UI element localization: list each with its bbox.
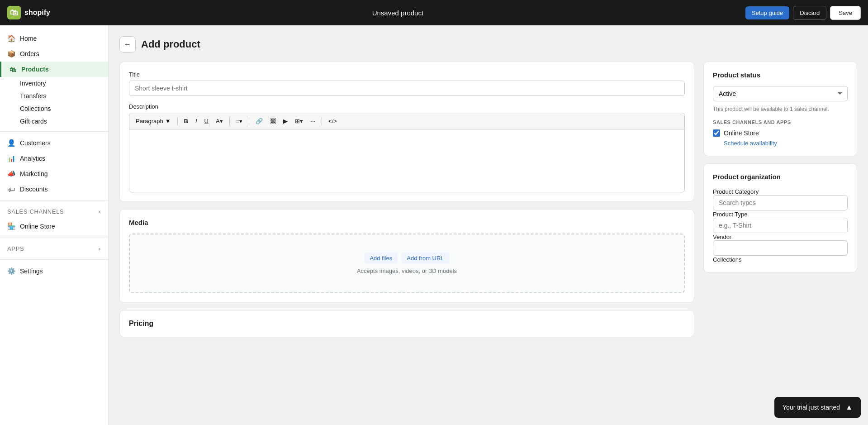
sidebar-divider-1	[0, 131, 108, 132]
sidebar-item-orders[interactable]: 📦 Orders	[0, 46, 108, 62]
sidebar-divider-4	[0, 259, 108, 260]
sidebar-item-label-marketing: Marketing	[20, 170, 47, 177]
sidebar-divider-3	[0, 238, 108, 238]
media-dropzone[interactable]: Add files Add from URL Accepts images, v…	[129, 234, 685, 293]
content-right: Product status Active Draft This product…	[703, 62, 857, 337]
sidebar-item-marketing[interactable]: 📣 Marketing	[0, 166, 108, 181]
toolbar-code-button[interactable]: </>	[326, 116, 340, 126]
sidebar-item-customers[interactable]: 👤 Customers	[0, 135, 108, 151]
toolbar-table-button[interactable]: ⊞▾	[292, 116, 306, 126]
logo-text: shopify	[24, 9, 50, 17]
discard-button[interactable]: Discard	[793, 6, 826, 20]
shopify-logo-icon: 🛍	[7, 6, 21, 19]
sidebar-item-analytics[interactable]: 📊 Analytics	[0, 151, 108, 166]
toolbar-image-button[interactable]: 🖼	[267, 116, 279, 126]
toolbar-separator-3	[249, 117, 249, 125]
media-actions: Add files Add from URL	[139, 253, 675, 264]
sidebar-item-label-discounts: Discounts	[20, 186, 47, 193]
product-type-label: Product Type	[713, 211, 747, 218]
orders-icon: 📦	[7, 50, 15, 58]
main-content: ← Add product Title Description Paragrap…	[109, 25, 868, 425]
product-status-select[interactable]: Active Draft	[713, 86, 848, 101]
sidebar-item-label-customers: Customers	[20, 139, 51, 147]
sidebar-item-inventory[interactable]: Inventory	[0, 77, 108, 90]
toolbar-italic-button[interactable]: I	[193, 116, 200, 126]
category-input[interactable]	[713, 195, 848, 210]
online-store-channel-label: Online Store	[724, 129, 759, 137]
online-store-icon: 🏪	[7, 222, 15, 230]
collections-label: Collections	[713, 256, 742, 263]
toolbar-more-button[interactable]: ···	[308, 116, 318, 126]
toolbar-separator-1	[177, 117, 178, 125]
toolbar-link-button[interactable]: 🔗	[253, 116, 266, 126]
online-store-checkbox[interactable]	[713, 129, 720, 137]
media-hint: Accepts images, videos, or 3D models	[139, 267, 675, 274]
toolbar-align-button[interactable]: ≡▾	[233, 116, 246, 126]
toolbar-paragraph-dropdown[interactable]: Paragraph ▼	[133, 116, 174, 126]
sidebar-item-gift-cards[interactable]: Gift cards	[0, 115, 108, 128]
sales-channels-label: Sales channels	[7, 208, 64, 215]
sidebar-item-settings[interactable]: ⚙️ Settings	[0, 263, 108, 279]
title-input[interactable]	[129, 81, 685, 96]
page-title: Add product	[141, 38, 200, 50]
add-files-button[interactable]: Add files	[364, 253, 398, 264]
sales-channels-chevron-icon: ›	[99, 208, 101, 215]
sales-channels-section-label: SALES CHANNELS AND APPS	[713, 119, 848, 125]
title-label: Title	[129, 71, 685, 78]
add-from-url-button[interactable]: Add from URL	[401, 253, 449, 264]
sidebar-item-label-orders: Orders	[20, 50, 39, 57]
save-button[interactable]: Save	[830, 6, 861, 20]
trial-banner-text: Your trial just started	[783, 404, 840, 411]
product-organization-title: Product organization	[713, 173, 848, 181]
topbar: 🛍 shopify Unsaved product Setup guide Di…	[0, 0, 868, 25]
sidebar-item-label-settings: Settings	[20, 267, 43, 275]
sidebar-item-collections[interactable]: Collections	[0, 102, 108, 115]
discounts-icon: 🏷	[7, 185, 15, 193]
description-editor[interactable]	[129, 129, 685, 192]
topbar-page-title: Unsaved product	[372, 9, 423, 17]
apps-chevron-icon: ›	[99, 245, 101, 252]
setup-guide-button[interactable]: Setup guide	[745, 6, 789, 19]
sidebar-item-discounts[interactable]: 🏷 Discounts	[0, 181, 108, 197]
online-store-channel: Online Store	[713, 129, 848, 137]
back-arrow-icon: ←	[124, 40, 131, 48]
topbar-actions: Setup guide Discard Save	[745, 6, 861, 20]
media-card: Media Add files Add from URL Accepts ima…	[119, 209, 694, 303]
sidebar-item-products[interactable]: 🛍 Products	[0, 62, 108, 77]
pricing-card: Pricing	[119, 310, 694, 337]
sidebar: 🏠 Home 📦 Orders 🛍 Products Inventory Tra…	[0, 25, 109, 425]
sidebar-item-home[interactable]: 🏠 Home	[0, 31, 108, 46]
sidebar-item-online-store[interactable]: 🏪 Online Store	[0, 219, 108, 234]
toolbar-font-color-button[interactable]: A▾	[213, 116, 226, 126]
toolbar-bold-button[interactable]: B	[181, 116, 191, 126]
product-organization-card: Product organization Product Category Pr…	[703, 163, 857, 272]
settings-icon: ⚙️	[7, 267, 15, 275]
pricing-title: Pricing	[129, 320, 685, 328]
toolbar-separator-2	[229, 117, 230, 125]
product-status-card: Product status Active Draft This product…	[703, 62, 857, 156]
back-button[interactable]: ←	[119, 36, 136, 53]
content-left: Title Description Paragraph ▼ B I	[119, 62, 694, 337]
product-type-input[interactable]	[713, 218, 848, 233]
sidebar-item-label-online-store: Online Store	[20, 223, 55, 230]
schedule-availability-link[interactable]: Schedule availability	[713, 140, 777, 147]
customers-icon: 👤	[7, 139, 15, 147]
page-header: ← Add product	[119, 36, 857, 53]
toolbar-video-button[interactable]: ▶	[280, 116, 290, 126]
sidebar-section-sales-channels[interactable]: Sales channels ›	[0, 205, 108, 219]
category-label: Product Category	[713, 188, 759, 195]
apps-label: Apps	[7, 245, 24, 252]
sidebar-item-label-analytics: Analytics	[20, 155, 45, 162]
trial-banner[interactable]: Your trial just started ▲	[774, 397, 861, 418]
vendor-label: Vendor	[713, 234, 731, 240]
sidebar-item-label-inventory: Inventory	[20, 80, 46, 87]
description-label: Description	[129, 103, 685, 110]
sidebar-item-transfers[interactable]: Transfers	[0, 90, 108, 102]
editor-toolbar: Paragraph ▼ B I U A▾ ≡▾ 🔗	[129, 113, 685, 129]
vendor-input[interactable]	[713, 240, 848, 256]
sidebar-item-label-products: Products	[21, 66, 49, 73]
toolbar-underline-button[interactable]: U	[202, 116, 211, 126]
products-icon: 🛍	[9, 65, 17, 73]
sidebar-section-apps[interactable]: Apps ›	[0, 242, 108, 256]
home-icon: 🏠	[7, 34, 15, 43]
